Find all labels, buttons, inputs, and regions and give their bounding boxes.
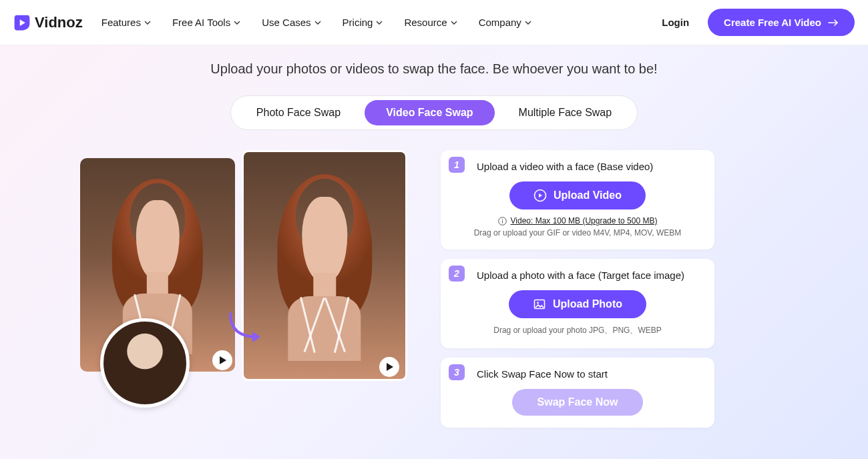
arrow-right-icon	[828, 19, 839, 27]
upload-video-button[interactable]: Upload Video	[509, 181, 646, 209]
image-icon	[533, 298, 546, 311]
chevron-down-icon	[376, 21, 383, 25]
chevron-down-icon	[144, 21, 151, 25]
play-icon[interactable]	[379, 357, 399, 377]
info-icon	[498, 217, 507, 225]
mode-tabs-container: Photo Face Swap Video Face Swap Multiple…	[0, 95, 868, 130]
svg-point-5	[537, 302, 539, 304]
main-content: Upload your photos or videos to swap the…	[0, 45, 868, 441]
page-subtitle: Upload your photos or videos to swap the…	[0, 61, 868, 77]
swap-preview	[80, 150, 407, 404]
result-video-thumb	[242, 150, 407, 381]
upload-photo-button[interactable]: Upload Photo	[509, 290, 646, 318]
mode-tabs: Photo Face Swap Video Face Swap Multiple…	[230, 95, 638, 130]
step-title: Upload a video with a face (Base video)	[477, 161, 702, 172]
cta-label: Create Free AI Video	[724, 17, 821, 28]
step-number: 2	[449, 266, 465, 282]
nav-label: Pricing	[343, 17, 373, 28]
nav-label: Use Cases	[262, 17, 310, 28]
play-icon[interactable]	[212, 350, 232, 370]
step-number: 1	[449, 157, 465, 173]
chevron-down-icon	[314, 21, 321, 25]
nav-use-cases[interactable]: Use Cases	[262, 17, 320, 28]
step-swap: 3 Click Swap Face Now to start Swap Face…	[441, 358, 714, 428]
swap-face-button[interactable]: Swap Face Now	[512, 389, 644, 416]
login-link[interactable]: Login	[662, 17, 689, 28]
chevron-down-icon	[451, 21, 457, 25]
tab-multiple-face-swap[interactable]: Multiple Face Swap	[497, 100, 634, 125]
create-video-cta-button[interactable]: Create Free AI Video	[708, 9, 855, 36]
nav-resource[interactable]: Resource	[404, 17, 457, 28]
video-limit-link[interactable]: Video: Max 100 MB (Upgrade to 500 MB)	[511, 216, 658, 225]
main-nav: Features Free AI Tools Use Cases Pricing…	[101, 17, 662, 28]
brand-logo[interactable]: Vidnoz	[13, 14, 83, 31]
step-upload-photo: 2 Upload a photo with a face (Target fac…	[441, 259, 714, 348]
chevron-down-icon	[525, 21, 531, 25]
button-label: Upload Photo	[553, 298, 622, 310]
video-limit-row: Video: Max 100 MB (Upgrade to 500 MB)	[453, 216, 702, 225]
step-title: Click Swap Face Now to start	[477, 368, 702, 380]
target-face-avatar	[100, 318, 190, 408]
tab-video-face-swap[interactable]: Video Face Swap	[365, 100, 494, 125]
nav-pricing[interactable]: Pricing	[343, 17, 383, 28]
play-circle-icon	[533, 189, 547, 202]
steps-panel: 1 Upload a video with a face (Base video…	[441, 150, 714, 428]
header-actions: Login Create Free AI Video	[662, 9, 855, 36]
site-header: Vidnoz Features Free AI Tools Use Cases …	[0, 0, 868, 45]
brand-name: Vidnoz	[35, 14, 83, 31]
button-label: Upload Video	[554, 189, 622, 201]
logo-mark-icon	[13, 14, 31, 31]
step-number: 3	[449, 364, 465, 380]
nav-label: Company	[479, 17, 521, 28]
content-row: 1 Upload a video with a face (Base video…	[0, 150, 868, 428]
svg-rect-3	[502, 219, 503, 219]
swap-arrow-icon	[227, 310, 267, 344]
photo-format-hint: Drag or upload your photo JPG、PNG、WEBP	[453, 325, 702, 336]
nav-label: Features	[101, 17, 141, 28]
svg-rect-2	[502, 220, 503, 223]
nav-free-ai-tools[interactable]: Free AI Tools	[172, 17, 240, 28]
nav-label: Resource	[404, 17, 447, 28]
nav-company[interactable]: Company	[479, 17, 531, 28]
tab-photo-face-swap[interactable]: Photo Face Swap	[235, 100, 362, 125]
video-format-hint: Drag or upload your GIF or video M4V, MP…	[453, 228, 702, 238]
nav-features[interactable]: Features	[101, 17, 151, 28]
chevron-down-icon	[234, 21, 240, 25]
step-upload-video: 1 Upload a video with a face (Base video…	[441, 150, 714, 250]
step-title: Upload a photo with a face (Target face …	[477, 270, 702, 281]
nav-label: Free AI Tools	[172, 17, 230, 28]
